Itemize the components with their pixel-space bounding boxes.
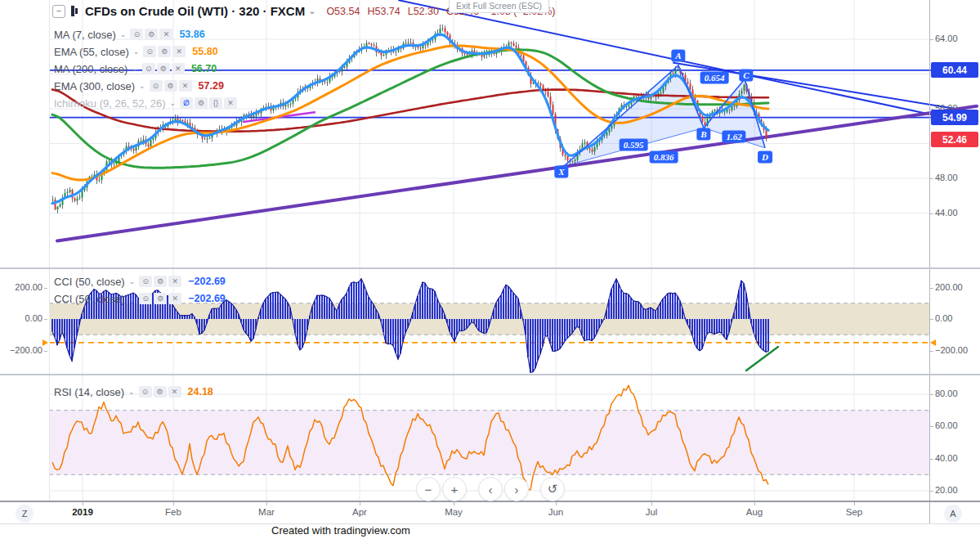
indicator-label[interactable]: RSI (14, close) xyxy=(54,386,124,398)
indicator-label[interactable]: CCI (50, close) xyxy=(54,276,125,288)
legend-row-ma7: MA (7, close) ⌄ ⊙⚙✕ 53.86 xyxy=(54,27,205,42)
rsi-tick-label: 60.00 xyxy=(935,420,958,430)
eye-icon[interactable]: ⊙ xyxy=(139,276,152,287)
collapse-legend-button[interactable]: − xyxy=(52,5,65,18)
eye-icon[interactable]: ⊙ xyxy=(143,46,156,57)
footer-border xyxy=(0,523,980,524)
cci-tick-label: −200.00 xyxy=(935,345,968,355)
left-axis-border xyxy=(49,0,50,501)
panel-separator[interactable] xyxy=(0,374,980,375)
chevron-down-icon[interactable]: ⌄ xyxy=(308,6,315,16)
chevron-down-icon[interactable]: ⌄ xyxy=(139,82,145,90)
close-icon[interactable]: ✕ xyxy=(172,63,185,74)
chevron-down-icon[interactable]: ⌄ xyxy=(133,47,140,56)
braces-icon[interactable]: {} xyxy=(209,97,222,109)
close-icon[interactable]: ✕ xyxy=(168,276,181,287)
close-icon[interactable]: ✕ xyxy=(224,97,237,109)
month-label[interactable]: Jul xyxy=(646,507,658,517)
gear-icon[interactable]: ⚙ xyxy=(154,293,167,304)
zoom-in-button[interactable]: + xyxy=(442,477,467,501)
indicator-label[interactable]: CCI (50, close) xyxy=(54,293,125,305)
legend-row-cci-2: CCI (50, close) ⌄ ⊙⚙✕ −202.69 xyxy=(54,291,226,306)
price-tag: 52.46 xyxy=(931,132,978,147)
open-value: O53.54 xyxy=(326,6,360,17)
panel-separator[interactable] xyxy=(0,267,980,269)
month-tick xyxy=(854,502,855,505)
month-label[interactable]: Feb xyxy=(165,507,181,517)
indicator-label[interactable]: Ichimoku (9, 26, 52, 26) xyxy=(54,97,166,110)
chevron-down-icon[interactable]: ⌄ xyxy=(170,99,177,107)
indicator-value: 55.80 xyxy=(192,46,217,57)
pattern-ratio-label[interactable]: 0.836 xyxy=(650,151,678,164)
month-label[interactable]: Aug xyxy=(746,507,763,517)
tradingview-credit: Created with tradingview.com xyxy=(271,524,410,537)
pattern-ratio-label[interactable]: 1.62 xyxy=(722,131,745,143)
chevron-down-icon[interactable]: ⌄ xyxy=(129,277,136,285)
pattern-point-label[interactable]: D xyxy=(758,151,772,164)
axis-settings-button[interactable]: A xyxy=(944,505,962,523)
scroll-left-button[interactable]: ‹ xyxy=(478,477,503,501)
gear-icon[interactable]: ⚙ xyxy=(158,46,171,57)
indicator-label[interactable]: MA (7, close) xyxy=(54,29,116,41)
indicator-label[interactable]: EMA (55, close) xyxy=(54,46,129,58)
indicator-label[interactable]: EMA (300, close) xyxy=(54,80,135,92)
indicator-value: 57.29 xyxy=(199,80,224,92)
indicator-value: −202.69 xyxy=(188,276,226,287)
month-tick xyxy=(266,502,267,505)
indicator-value: −202.69 xyxy=(188,293,226,304)
eye-icon[interactable]: ⊙ xyxy=(139,386,152,398)
month-tick xyxy=(454,502,454,505)
legend-row-rsi: RSI (14, close) ⌄ ⊙⚙✕ 24.18 xyxy=(54,384,213,399)
zoom-out-button[interactable]: − xyxy=(416,477,441,501)
month-tick xyxy=(173,502,174,505)
chevron-down-icon[interactable]: ⌄ xyxy=(132,65,138,73)
eye-icon[interactable]: ⊙ xyxy=(142,63,155,74)
gear-icon[interactable]: ⚙ xyxy=(157,63,170,74)
month-label[interactable]: May xyxy=(445,507,463,517)
month-label[interactable]: Apr xyxy=(352,507,367,517)
price-tag: 54.99 xyxy=(931,110,978,125)
chevron-down-icon[interactable]: ⌄ xyxy=(129,294,136,303)
month-tick xyxy=(651,502,652,505)
eye-icon[interactable]: ⊙ xyxy=(150,80,163,92)
reset-chart-button[interactable]: ↺ xyxy=(540,477,565,501)
month-tick xyxy=(754,502,755,505)
month-label[interactable]: Mar xyxy=(258,507,275,517)
pattern-ratio-label[interactable]: 0.595 xyxy=(620,139,648,151)
pattern-point-label[interactable]: A xyxy=(671,50,685,62)
eye-icon[interactable]: ⊙ xyxy=(130,29,143,40)
pattern-point-label[interactable]: B xyxy=(696,128,710,141)
low-value: L52.30 xyxy=(408,6,439,17)
gear-icon[interactable]: ⚙ xyxy=(195,97,208,109)
close-icon[interactable]: ✕ xyxy=(168,386,181,398)
scroll-right-button[interactable]: › xyxy=(504,477,529,501)
rsi-tick-label: 20.00 xyxy=(935,485,958,495)
symbol-title[interactable]: CFDs on Crude Oil (WTI) · 320 · FXCM xyxy=(85,4,305,18)
timezone-button[interactable]: Z xyxy=(16,505,34,523)
gear-icon[interactable]: ⚙ xyxy=(145,29,158,40)
gear-icon[interactable]: ⚙ xyxy=(164,80,177,92)
high-value: H53.74 xyxy=(367,6,400,17)
cci-tick-label: 0.00 xyxy=(0,313,43,323)
close-icon[interactable]: ✕ xyxy=(168,293,181,304)
eye-icon[interactable]: ⊙ xyxy=(139,293,152,304)
exit-fullscreen-toast: Exit Full Screen (ESC) xyxy=(449,0,549,13)
indicator-label[interactable]: MA (200, close) xyxy=(54,63,128,75)
price-tick-label: 48.00 xyxy=(935,173,958,182)
month-label[interactable]: Jun xyxy=(548,507,564,517)
cci-tick-label: −200.00 xyxy=(0,345,43,355)
gear-icon[interactable]: ⚙ xyxy=(154,386,167,398)
pattern-ratio-label[interactable]: 0.654 xyxy=(700,72,729,84)
close-icon[interactable]: ✕ xyxy=(179,80,192,92)
close-icon[interactable]: ✕ xyxy=(159,29,172,40)
month-label[interactable]: Sep xyxy=(846,507,862,517)
month-label[interactable]: 2019 xyxy=(72,507,93,517)
pattern-point-label[interactable]: C xyxy=(739,70,753,82)
chevron-down-icon[interactable]: ⌄ xyxy=(128,388,135,396)
eye-off-icon[interactable]: ∅ xyxy=(180,97,193,109)
bar-chart-icon xyxy=(71,5,79,17)
gear-icon[interactable]: ⚙ xyxy=(154,276,167,287)
chevron-down-icon[interactable]: ⌄ xyxy=(120,30,127,38)
close-icon[interactable]: ✕ xyxy=(172,46,186,57)
pattern-point-label[interactable]: X xyxy=(554,166,568,178)
